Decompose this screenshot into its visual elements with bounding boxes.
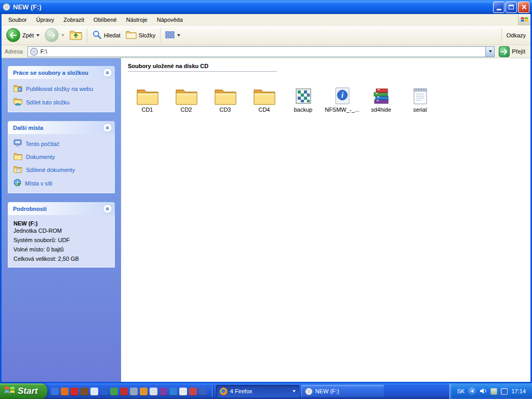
catalog-file-icon [295, 80, 312, 105]
quick-launch-bar [47, 388, 210, 395]
clock[interactable]: 17:14 [511, 388, 526, 394]
network-status-icon[interactable] [501, 388, 508, 395]
file-tile-sd4hide[interactable]: sd4hide [362, 80, 401, 113]
details-volume-name: NEW (F:) [14, 220, 111, 227]
taskbar-divider [212, 385, 214, 397]
back-history-chevron-icon[interactable] [36, 34, 39, 36]
window-controls [493, 2, 530, 13]
file-label: serial [413, 107, 427, 113]
file-label: backup [294, 107, 312, 113]
screen: NEW (F:) Soubor Úpravy Zobrazit Oblíbené… [0, 0, 532, 399]
window-title: NEW (F:) [13, 3, 490, 11]
quicklaunch-icon-10[interactable] [140, 388, 148, 395]
quicklaunch-icon-9[interactable] [130, 388, 138, 395]
quicklaunch-icon-1[interactable] [51, 388, 59, 395]
menu-oblibene[interactable]: Oblíbené [89, 15, 122, 24]
safely-remove-hardware-icon[interactable] [490, 388, 497, 395]
quicklaunch-icon-3[interactable] [71, 388, 78, 395]
go-button[interactable]: Přejít [497, 46, 529, 57]
panel-file-tasks-header[interactable]: Práce se soubory a složkou « [8, 66, 115, 79]
menu-zobrazit[interactable]: Zobrazit [59, 15, 89, 24]
quicklaunch-icon-13[interactable] [169, 388, 177, 395]
quicklaunch-icon-5[interactable] [90, 388, 98, 395]
file-tile-cd1[interactable]: CD1 [128, 80, 167, 113]
toolbar-separator [501, 29, 502, 42]
file-tile-backup[interactable]: backup [284, 80, 323, 113]
panel-file-tasks: Práce se soubory a složkou « [8, 66, 115, 112]
details-line-2: Systém souborů: UDF [14, 237, 111, 243]
dropdown-chevron-icon [489, 50, 492, 52]
share-folder-icon [14, 98, 22, 107]
address-dropdown-button[interactable] [485, 47, 494, 57]
file-tile-cd2[interactable]: CD2 [167, 80, 206, 113]
quicklaunch-icon-16[interactable] [199, 388, 207, 395]
task-label: Sdílet tuto složku [26, 99, 70, 105]
quicklaunch-icon-8[interactable] [120, 388, 128, 395]
file-tile-cd4[interactable]: CD4 [245, 80, 284, 113]
start-button[interactable]: Start [0, 383, 47, 399]
back-button[interactable]: Zpět [4, 27, 42, 43]
shared-documents-icon [14, 166, 22, 174]
search-button[interactable]: Hledat [89, 29, 123, 42]
panel-details-body: NEW (F:) Jednotka CD-ROM Systém souborů:… [8, 215, 115, 268]
place-documents[interactable]: Dokumenty [14, 153, 111, 161]
chevron-up-icon: « [104, 207, 111, 210]
task-publish-to-web[interactable]: Publikovat složky na webu [14, 84, 111, 93]
quicklaunch-icon-6[interactable] [100, 388, 108, 395]
maximize-button[interactable] [506, 2, 517, 13]
toolbar-separator [160, 29, 161, 42]
hide-icons-button[interactable] [468, 388, 476, 395]
up-button[interactable] [67, 28, 85, 42]
quicklaunch-icon-15[interactable] [189, 388, 197, 395]
menu-nastroje[interactable]: Nástroje [122, 15, 152, 24]
group-divider [128, 71, 277, 72]
place-shared-documents[interactable]: Sdílené dokumenty [14, 166, 111, 174]
folders-button[interactable]: Složky [123, 29, 158, 41]
quicklaunch-icon-11[interactable] [150, 388, 157, 395]
menu-upravy[interactable]: Úpravy [31, 15, 59, 24]
address-cd-icon [30, 48, 38, 56]
title-bar[interactable]: NEW (F:) [0, 0, 532, 14]
panel-details-header[interactable]: Podrobnosti « [8, 202, 115, 215]
language-indicator[interactable]: SK [457, 388, 465, 394]
file-label: CD4 [258, 107, 270, 113]
file-label: CD3 [219, 107, 231, 113]
group-title: Soubory uložené na disku CD [128, 63, 530, 69]
links-bar[interactable]: Odkazy [504, 31, 528, 39]
address-input[interactable]: F:\ [28, 46, 495, 57]
taskbar-button-firefox[interactable]: 4 Firefox [216, 385, 299, 397]
quicklaunch-icon-7[interactable] [110, 388, 118, 395]
place-my-computer[interactable]: Tento počítač [14, 139, 111, 148]
file-tile-cd3[interactable]: CD3 [206, 80, 245, 113]
forward-history-chevron-icon [61, 34, 64, 36]
volume-icon[interactable] [480, 388, 487, 395]
minimize-button[interactable] [493, 2, 504, 13]
file-tile-nfsmw[interactable]: i NFSMW_-_... [323, 80, 362, 113]
collapse-other-places-button[interactable]: « [103, 123, 112, 132]
quicklaunch-icon-14[interactable] [179, 388, 187, 395]
collapse-details-button[interactable]: « [103, 204, 112, 214]
menu-napoveda[interactable]: Nápověda [152, 15, 188, 24]
quicklaunch-icon-12[interactable] [159, 388, 167, 395]
task-share-folder[interactable]: Sdílet tuto složku [14, 98, 111, 107]
place-label: Místa v síti [25, 180, 52, 187]
winrar-archive-icon [373, 80, 390, 105]
menu-soubor[interactable]: Soubor [4, 15, 31, 24]
folder-view[interactable]: Soubory uložené na disku CD C [121, 58, 530, 382]
task-pane: Práce se soubory a složkou « [2, 58, 121, 382]
search-label: Hledat [104, 32, 121, 38]
windows-flag-icon [4, 385, 15, 397]
forward-button[interactable] [42, 27, 67, 43]
text-document-icon [413, 80, 428, 105]
close-button[interactable] [518, 2, 529, 13]
firefox-icon [220, 388, 228, 395]
file-tile-serial[interactable]: serial [401, 80, 440, 113]
collapse-file-tasks-button[interactable]: « [103, 68, 112, 77]
address-value: F:\ [41, 48, 483, 55]
panel-other-places-header[interactable]: Další místa « [8, 121, 115, 134]
taskbar-button-new-f[interactable]: NEW (F:) [301, 385, 384, 397]
quicklaunch-icon-4[interactable] [81, 388, 88, 395]
views-button[interactable] [163, 30, 183, 41]
quicklaunch-icon-2[interactable] [61, 388, 69, 395]
place-network[interactable]: Místa v síti [14, 179, 111, 188]
